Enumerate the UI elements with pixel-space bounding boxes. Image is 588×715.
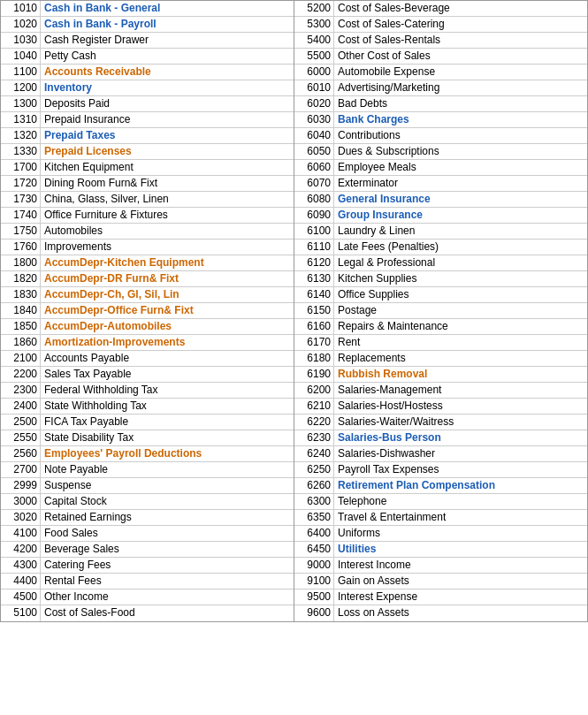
account-name: Other Income: [41, 589, 294, 605]
account-name: Cost of Sales-Catering: [334, 17, 587, 32]
account-code: 1730: [1, 192, 41, 207]
table-row: 5300Cost of Sales-Catering: [294, 17, 587, 33]
account-code: 1720: [1, 176, 41, 191]
table-row: 4200Beverage Sales: [1, 542, 294, 558]
account-code: 6210: [294, 399, 334, 414]
account-code: 6150: [294, 303, 334, 318]
table-row: 6450Utilities: [294, 542, 587, 558]
account-code: 5200: [294, 1, 334, 16]
account-name: Employee Meals: [334, 160, 587, 175]
account-name: Accounts Receivable: [41, 65, 294, 80]
account-name: Beverage Sales: [41, 542, 294, 557]
table-row: 1850AccumDepr-Automobiles: [1, 319, 294, 335]
table-row: 1720Dining Room Furn& Fixt: [1, 176, 294, 192]
account-name: Cost of Sales-Rentals: [334, 33, 587, 48]
table-row: 1030Cash Register Drawer: [1, 33, 294, 49]
table-row: 5500Other Cost of Sales: [294, 49, 587, 65]
account-name: Office Supplies: [334, 287, 587, 302]
left-column: 1010Cash in Bank - General1020Cash in Ba…: [1, 1, 294, 621]
account-code: 9000: [294, 558, 334, 573]
account-code: 1300: [1, 96, 41, 111]
table-row: 6020Bad Debts: [294, 96, 587, 112]
table-row: 1730China, Glass, Silver, Linen: [1, 192, 294, 208]
account-code: 1830: [1, 287, 41, 302]
account-name: Petty Cash: [41, 49, 294, 64]
table-row: 6060Employee Meals: [294, 160, 587, 176]
account-code: 6100: [294, 224, 334, 239]
table-row: 4500Other Income: [1, 589, 294, 605]
account-name: Travel & Entertainment: [334, 510, 587, 525]
account-code: 1200: [1, 80, 41, 95]
account-code: 9600: [294, 605, 334, 621]
table-row: 6170Rent: [294, 335, 587, 351]
table-row: 2500FICA Tax Payable: [1, 415, 294, 430]
table-row: 1330Prepaid Licenses: [1, 144, 294, 160]
account-code: 6160: [294, 319, 334, 334]
right-column: 5200Cost of Sales-Beverage5300Cost of Sa…: [294, 1, 587, 621]
account-name: Postage: [334, 303, 587, 318]
table-row: 6120Legal & Professional: [294, 255, 587, 271]
account-code: 1320: [1, 128, 41, 143]
table-row: 6030Bank Charges: [294, 112, 587, 128]
account-name: Improvements: [41, 240, 294, 255]
account-name: Capital Stock: [41, 494, 294, 509]
account-code: 4300: [1, 558, 41, 573]
account-code: 1860: [1, 335, 41, 350]
account-name: State Withholding Tax: [41, 399, 294, 414]
table-row: 1700Kitchen Equipment: [1, 160, 294, 176]
account-name: Prepaid Insurance: [41, 112, 294, 127]
account-code: 1100: [1, 65, 41, 80]
table-row: 1040Petty Cash: [1, 49, 294, 65]
account-name: Food Sales: [41, 526, 294, 541]
account-code: 1760: [1, 240, 41, 255]
table-row: 5200Cost of Sales-Beverage: [294, 1, 587, 17]
table-row: 2300Federal Withholding Tax: [1, 383, 294, 399]
table-row: 6150Postage: [294, 303, 587, 319]
account-code: 5400: [294, 33, 334, 48]
account-code: 1840: [1, 303, 41, 318]
table-row: 6080General Insurance: [294, 192, 587, 208]
account-code: 1700: [1, 160, 41, 175]
account-name: Salaries-Dishwasher: [334, 446, 587, 461]
account-name: Note Payable: [41, 462, 294, 477]
account-name: Uniforms: [334, 526, 587, 541]
table-row: 1010Cash in Bank - General: [1, 1, 294, 17]
account-name: Sales Tax Payable: [41, 367, 294, 382]
table-row: 1310Prepaid Insurance: [1, 112, 294, 128]
account-code: 6110: [294, 240, 334, 255]
account-name: Interest Expense: [334, 589, 587, 605]
account-name: Rent: [334, 335, 587, 350]
table-row: 6350Travel & Entertainment: [294, 510, 587, 526]
table-row: 1840AccumDepr-Office Furn& Fixt: [1, 303, 294, 319]
account-name: Gain on Assets: [334, 574, 587, 589]
account-name: AccumDepr-Office Furn& Fixt: [41, 303, 294, 318]
table-row: 1300Deposits Paid: [1, 96, 294, 112]
table-row: 1760Improvements: [1, 240, 294, 255]
table-row: 3020Retained Earnings: [1, 510, 294, 526]
account-name: AccumDepr-Automobiles: [41, 319, 294, 334]
account-name: Contributions: [334, 128, 587, 143]
table-row: 1750Automobiles: [1, 224, 294, 240]
table-row: 2400State Withholding Tax: [1, 399, 294, 415]
account-name: Cash in Bank - Payroll: [41, 17, 294, 32]
account-code: 3020: [1, 510, 41, 525]
account-code: 2500: [1, 415, 41, 430]
table-row: 6210Salaries-Host/Hostess: [294, 399, 587, 415]
account-code: 1040: [1, 49, 41, 64]
table-row: 2200Sales Tax Payable: [1, 367, 294, 383]
table-row: 2100Accounts Payable: [1, 351, 294, 367]
account-code: 1030: [1, 33, 41, 48]
account-name: Office Furniture & Fixtures: [41, 208, 294, 223]
account-name: Retirement Plan Compensation: [334, 478, 587, 493]
account-name: Bad Debts: [334, 96, 587, 111]
account-code: 6250: [294, 462, 334, 477]
table-row: 6260Retirement Plan Compensation: [294, 478, 587, 494]
table-row: 9500Interest Expense: [294, 589, 587, 605]
account-code: 1010: [1, 1, 41, 16]
account-code: 9100: [294, 574, 334, 589]
table-row: 6180Replacements: [294, 351, 587, 367]
account-name: Cost of Sales-Food: [41, 605, 294, 621]
account-name: Repairs & Maintenance: [334, 319, 587, 334]
account-name: Employees' Payroll Deductions: [41, 446, 294, 461]
account-name: China, Glass, Silver, Linen: [41, 192, 294, 207]
